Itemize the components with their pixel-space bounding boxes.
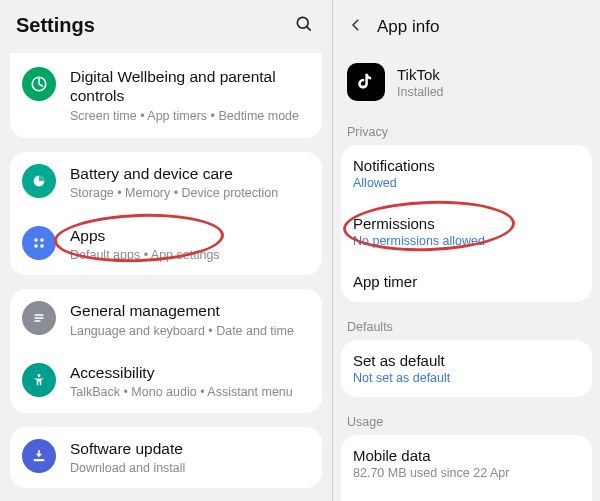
row-sub: Not set as default [353,371,580,385]
row-title: Battery and device care [70,164,310,183]
row-sub: Download and install [70,460,310,476]
app-header-block: TikTok Installed [333,53,600,119]
row-general-management[interactable]: General management Language and keyboard… [10,289,322,351]
card-general: General management Language and keyboard… [10,289,322,412]
row-permissions[interactable]: Permissions No permissions allowed [341,202,592,260]
chevron-left-icon [347,16,365,34]
row-software-update[interactable]: Software update Download and install [10,427,322,489]
row-sub: Default apps • App settings [70,247,310,263]
section-label-privacy: Privacy [333,119,600,145]
app-info-header: App info [333,0,600,53]
card-usage: Mobile data 82.70 MB used since 22 Apr B… [341,435,592,501]
accessibility-icon [22,363,56,397]
battery-care-icon [22,164,56,198]
svg-point-5 [40,238,44,242]
row-battery-care[interactable]: Battery and device care Storage • Memory… [10,152,322,214]
row-mobile-data[interactable]: Mobile data 82.70 MB used since 22 Apr [341,435,592,492]
row-apps[interactable]: Apps Default apps • App settings [10,214,322,276]
app-install-state: Installed [397,85,586,99]
svg-point-4 [34,238,38,242]
svg-point-6 [34,244,38,248]
svg-line-1 [307,27,311,31]
svg-point-0 [297,17,308,28]
row-sub: TalkBack • Mono audio • Assistant menu [70,384,310,400]
row-accessibility[interactable]: Accessibility TalkBack • Mono audio • As… [10,351,322,413]
settings-pane: Settings Digital Wellbeing and parental … [0,0,333,501]
card-update: Software update Download and install [10,427,322,489]
tiktok-app-icon [347,63,385,101]
row-title: Permissions [353,215,580,232]
general-icon [22,301,56,335]
svg-point-11 [38,374,41,377]
row-sub: No permissions allowed [353,234,580,248]
row-sub: Allowed [353,176,580,190]
svg-point-7 [40,244,44,248]
row-title: Digital Wellbeing and parental controls [70,67,310,106]
app-name: TikTok [397,66,586,83]
row-title: Set as default [353,352,580,369]
row-title: Software update [70,439,310,458]
row-battery-usage[interactable]: Battery None since device last fully cha… [341,492,592,501]
row-digital-wellbeing[interactable]: Digital Wellbeing and parental controls … [10,53,322,138]
section-label-defaults: Defaults [333,314,600,340]
row-sub: 82.70 MB used since 22 Apr [353,466,580,480]
row-sub: Storage • Memory • Device protection [70,185,310,201]
card-device: Battery and device care Storage • Memory… [10,152,322,275]
app-info-pane: App info TikTok Installed Privacy Notifi… [333,0,600,501]
card-wellbeing: Digital Wellbeing and parental controls … [10,53,322,138]
card-defaults: Set as default Not set as default [341,340,592,397]
row-title: Notifications [353,157,580,174]
svg-rect-10 [35,321,41,323]
update-icon [22,439,56,473]
section-label-usage: Usage [333,409,600,435]
row-title: Accessibility [70,363,310,382]
card-privacy: Notifications Allowed Permissions No per… [341,145,592,302]
row-sub: Screen time • App timers • Bedtime mode [70,108,310,124]
search-icon [294,14,314,34]
row-title: App timer [353,273,580,290]
row-set-default[interactable]: Set as default Not set as default [341,340,592,397]
row-title: Mobile data [353,447,580,464]
row-sub: Language and keyboard • Date and time [70,323,310,339]
search-button[interactable] [290,10,318,41]
row-title: Apps [70,226,310,245]
svg-rect-8 [35,315,44,317]
svg-rect-9 [35,318,44,320]
settings-title: Settings [16,14,95,37]
apps-icon [22,226,56,260]
settings-header: Settings [0,0,332,53]
back-button[interactable] [341,10,371,43]
wellbeing-icon [22,67,56,101]
row-notifications[interactable]: Notifications Allowed [341,145,592,202]
app-info-title: App info [377,17,439,37]
row-app-timer[interactable]: App timer [341,260,592,302]
row-title: General management [70,301,310,320]
